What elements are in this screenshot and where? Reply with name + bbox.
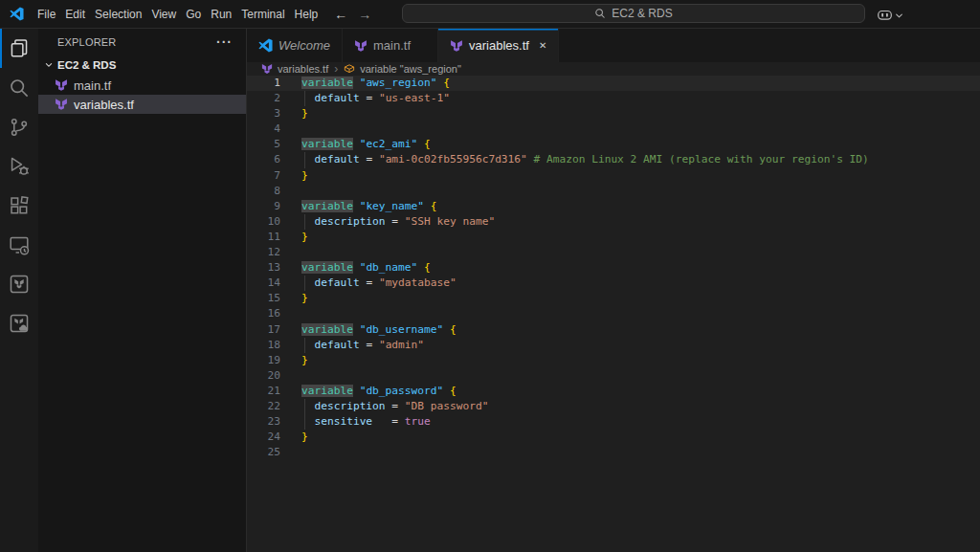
copilot-icon: [877, 7, 893, 23]
code-line[interactable]: 6 default = "ami-0c02fb55956c7d316" # Am…: [247, 152, 980, 167]
file-list: main.tfvariables.tf: [38, 76, 246, 114]
source-control-icon: [9, 117, 30, 138]
code-line[interactable]: 19}: [247, 353, 980, 368]
explorer-activity-button[interactable]: [0, 29, 38, 68]
breadcrumb-symbol[interactable]: variable "aws_region": [360, 63, 461, 75]
code-line[interactable]: 15}: [247, 291, 980, 306]
extensions-activity-button[interactable]: [0, 186, 38, 225]
code-line[interactable]: 5variable "ec2_ami" {: [247, 137, 980, 152]
line-number: 18: [247, 338, 280, 353]
run-debug-activity-button[interactable]: [0, 146, 38, 186]
menu-file[interactable]: File: [33, 5, 60, 24]
line-number: 1: [247, 76, 280, 91]
line-content: variable "db_name" {: [301, 260, 431, 276]
file-item-variables.tf[interactable]: variables.tf: [38, 95, 246, 114]
line-content: description = "DB password": [301, 399, 488, 414]
line-content: }: [301, 106, 308, 121]
editor-group: Welcomemain.tfvariables.tf✕ variables.tf…: [247, 29, 980, 552]
back-arrow-icon[interactable]: ←: [334, 8, 347, 21]
tab-label: main.tf: [373, 38, 411, 53]
menu-help[interactable]: Help: [290, 5, 323, 24]
menu-edit[interactable]: Edit: [60, 5, 90, 24]
line-number: 15: [247, 291, 280, 306]
code-line[interactable]: 23 sensitive = true: [247, 414, 980, 430]
line-number: 23: [247, 414, 280, 430]
line-content: description = "SSH key name": [301, 214, 495, 230]
terraform-activity-button[interactable]: [0, 264, 38, 303]
run-debug-icon: [9, 156, 30, 177]
search-text: EC2 & RDS: [612, 7, 672, 20]
code-line[interactable]: 13variable "db_name" {: [247, 260, 980, 276]
forward-arrow-icon[interactable]: →: [358, 8, 371, 21]
more-actions-icon[interactable]: ···: [216, 37, 233, 47]
code-line[interactable]: 12: [247, 245, 980, 260]
breadcrumb-file[interactable]: variables.tf: [278, 63, 328, 75]
code-line[interactable]: 24}: [247, 430, 980, 445]
menu-view[interactable]: View: [146, 5, 181, 24]
terraform-icon: [354, 39, 368, 53]
tab-label: variables.tf: [469, 38, 529, 53]
menu-bar: FileEditSelectionViewGoRunTerminalHelp: [33, 5, 323, 24]
line-content: default = "admin": [301, 338, 424, 353]
code-line[interactable]: 25: [247, 445, 980, 460]
search-box[interactable]: EC2 & RDS: [402, 4, 865, 23]
code-line[interactable]: 1variable "aws_region" {: [247, 76, 980, 91]
code-line[interactable]: 17variable "db_username" {: [247, 322, 980, 338]
line-content: default = "mydatabase": [301, 276, 457, 291]
search-activity-button[interactable]: [0, 68, 38, 107]
code-line[interactable]: 7}: [247, 168, 980, 184]
vscode-window: FileEditSelectionViewGoRunTerminalHelp ←…: [0, 0, 980, 552]
code-line[interactable]: 3}: [247, 106, 980, 121]
terraform-cloud-icon: [9, 313, 30, 334]
code-line[interactable]: 18 default = "admin": [247, 338, 980, 353]
explorer-title: EXPLORER: [57, 36, 117, 48]
activity-bar: [0, 29, 38, 552]
indent-guide: [304, 276, 305, 291]
line-number: 13: [247, 260, 280, 276]
remote-explorer-activity-button[interactable]: [0, 225, 38, 264]
indent-guide: [304, 399, 305, 414]
line-number: 11: [247, 230, 280, 245]
code-line[interactable]: 2 default = "us-east-1": [247, 91, 980, 106]
terraform-cloud-activity-button[interactable]: [0, 303, 38, 342]
remote-explorer-icon: [9, 234, 30, 255]
file-item-main.tf[interactable]: main.tf: [38, 76, 246, 95]
workbench: EXPLORER ··· EC2 & RDS main.tfvariables.…: [0, 29, 980, 552]
workspace-name: EC2 & RDS: [57, 59, 116, 71]
indent-guide: [304, 91, 305, 106]
line-content: default = "ami-0c02fb55956c7d316" # Amaz…: [301, 152, 869, 167]
code-line[interactable]: 22 description = "DB password": [247, 399, 980, 414]
line-content: }: [301, 168, 308, 184]
line-number: 10: [247, 214, 280, 230]
tab-variables-tf[interactable]: variables.tf✕: [438, 29, 559, 62]
line-number: 12: [247, 245, 280, 260]
code-line[interactable]: 16: [247, 306, 980, 321]
code-line[interactable]: 4: [247, 121, 980, 137]
menu-terminal[interactable]: Terminal: [236, 5, 289, 24]
line-number: 8: [247, 184, 280, 199]
code-line[interactable]: 10 description = "SSH key name": [247, 214, 980, 230]
code-line[interactable]: 20: [247, 368, 980, 384]
close-icon[interactable]: ✕: [535, 40, 546, 51]
menu-run[interactable]: Run: [206, 5, 236, 24]
source-control-activity-button[interactable]: [0, 107, 38, 146]
tab-label: Welcome: [278, 38, 330, 53]
code-line[interactable]: 9variable "key_name" {: [247, 199, 980, 214]
copilot-button[interactable]: [877, 0, 903, 29]
tab-main-tf[interactable]: main.tf: [343, 29, 438, 62]
tab-welcome[interactable]: Welcome: [247, 29, 343, 62]
code-line[interactable]: 8: [247, 184, 980, 199]
line-number: 14: [247, 276, 280, 291]
code-line[interactable]: 21variable "db_password" {: [247, 384, 980, 399]
extensions-icon: [9, 195, 30, 216]
menu-selection[interactable]: Selection: [90, 5, 146, 24]
menu-go[interactable]: Go: [181, 5, 206, 24]
line-number: 25: [247, 445, 280, 460]
title-bar: FileEditSelectionViewGoRunTerminalHelp ←…: [0, 0, 980, 29]
line-number: 19: [247, 353, 280, 368]
indent-guide: [304, 214, 305, 230]
code-line[interactable]: 14 default = "mydatabase": [247, 276, 980, 291]
editor-content[interactable]: 1variable "aws_region" {2 default = "us-…: [247, 76, 980, 552]
code-line[interactable]: 11}: [247, 230, 980, 245]
workspace-folder[interactable]: EC2 & RDS: [38, 55, 246, 76]
